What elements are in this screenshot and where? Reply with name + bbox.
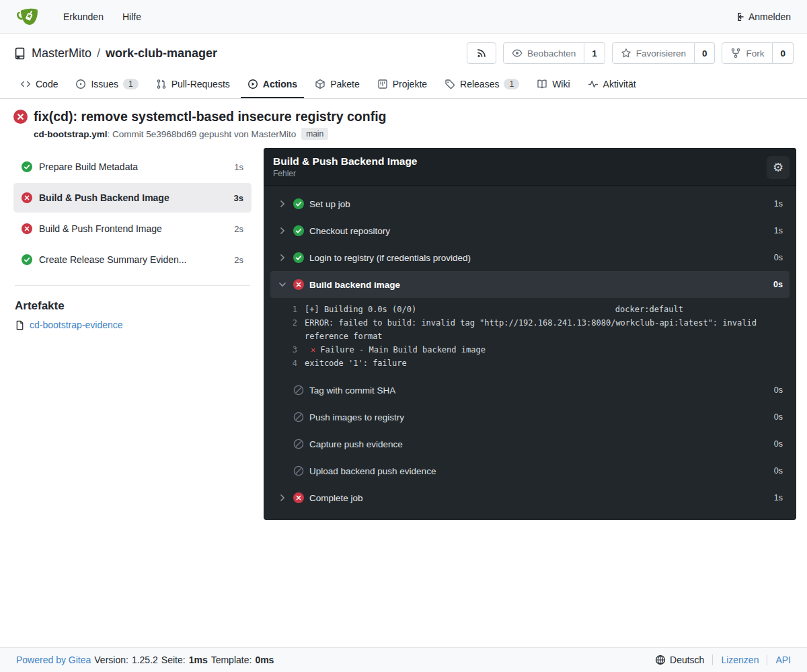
job-name: Create Release Summary Eviden... [39, 254, 227, 265]
success-icon [293, 225, 304, 236]
star-icon [621, 48, 631, 59]
spacer [0, 520, 807, 647]
pulse-icon [588, 79, 599, 89]
job-duration: 1s [234, 162, 243, 172]
step-row-complete-job[interactable]: Complete job 1s [270, 484, 790, 511]
repo-icon [13, 47, 26, 60]
nav-link-help[interactable]: Hilfe [116, 6, 148, 28]
fork-count[interactable]: 0 [773, 42, 794, 64]
success-icon [293, 252, 304, 263]
fork-button[interactable]: Fork [722, 42, 773, 64]
step-row-login-to-registry[interactable]: Login to registry (if credentials provid… [270, 244, 790, 271]
tab-code[interactable]: Code [13, 72, 65, 98]
tab-wiki[interactable]: Wiki [530, 72, 576, 98]
log-line: 1 [+] Building 0.0s (0/0)docker:default [272, 303, 781, 316]
repo-tabs: Code Issues 1 Pull-Requests Actions Pake… [0, 72, 807, 99]
workflow-file: cd-bootstrap.yml [34, 129, 108, 139]
tab-label: Aktivität [603, 79, 636, 89]
step-duration: 0s [774, 412, 783, 422]
tab-issues[interactable]: Issues 1 [69, 72, 145, 98]
tab-label: Pakete [330, 79, 360, 89]
licenses-link[interactable]: Lizenzen [713, 655, 767, 665]
steps-list: Set up job 1s Checkout repository 1s Log… [264, 186, 796, 520]
rss-icon [476, 48, 487, 59]
job-row-build-push-frontend[interactable]: Build & Push Frontend Image 2s [13, 214, 252, 244]
branch-badge[interactable]: main [301, 128, 328, 140]
run-header: fix(cd): remove systemctl-based insecure… [0, 99, 807, 147]
step-duration: 0s [774, 466, 783, 476]
gitea-logo[interactable] [16, 5, 39, 28]
eye-icon [512, 48, 523, 59]
log-text: exitcode '1': failure [305, 357, 407, 370]
star-label: Favorisieren [636, 48, 686, 59]
skipped-icon [293, 412, 304, 422]
log-line-number[interactable]: 1 [272, 303, 297, 316]
run-content: Prepare Build Metadata 1s Build & Push B… [0, 147, 807, 520]
failure-icon [22, 223, 32, 234]
panel-header: Build & Push Backend Image Fehler ⚙ [264, 148, 796, 186]
rss-button[interactable] [467, 42, 496, 64]
sidebar-divider [15, 285, 250, 286]
actions-icon [247, 79, 258, 89]
tab-packages[interactable]: Pakete [308, 72, 367, 98]
job-row-prepare-build-metadata[interactable]: Prepare Build Metadata 1s [13, 152, 252, 182]
fork-icon [730, 48, 741, 59]
job-duration: 2s [234, 255, 243, 265]
artifact-name: cd-bootstrap-evidence [30, 320, 123, 330]
signin-button[interactable]: Anmelden [734, 11, 791, 22]
log-line-number[interactable]: 4 [272, 357, 297, 370]
watch-count[interactable]: 1 [584, 42, 605, 64]
repo-separator: / [97, 46, 100, 61]
repo-header: MasterMito / work-club-manager Beobachte… [0, 34, 807, 72]
job-row-build-push-backend[interactable]: Build & Push Backend Image 3s [13, 183, 252, 213]
step-row-build-backend-image[interactable]: Build backend image 0s [270, 271, 790, 298]
tab-releases[interactable]: Releases 1 [438, 72, 526, 98]
repo-name-link[interactable]: work-club-manager [106, 46, 217, 61]
step-row-set-up-job[interactable]: Set up job 1s [270, 190, 790, 217]
gear-icon: ⚙ [773, 160, 783, 175]
job-duration: 3s [234, 193, 243, 203]
job-name: Prepare Build Metadata [39, 161, 227, 172]
book-icon [537, 79, 547, 89]
globe-icon [655, 655, 666, 665]
issue-icon [75, 79, 86, 89]
star-button[interactable]: Favorisieren [612, 42, 695, 64]
step-duration: 1s [774, 493, 783, 502]
repo-owner-link[interactable]: MasterMito [32, 46, 91, 61]
tab-activity[interactable]: Aktivität [581, 72, 643, 98]
star-count[interactable]: 0 [695, 42, 716, 64]
step-name: Checkout repository [309, 226, 769, 236]
page-footer: Powered by Gitea Version: 1.25.2 Seite: … [0, 647, 807, 672]
signin-icon [734, 11, 744, 22]
log-settings-button[interactable]: ⚙ [767, 156, 790, 179]
commit-text: : Commit 5e3968bd69 gepusht von MasterMi… [108, 129, 297, 139]
api-link[interactable]: API [767, 655, 791, 665]
page-time: 1ms [189, 655, 208, 665]
artifact-link[interactable]: cd-bootstrap-evidence [15, 320, 250, 330]
step-row-push-images-to-registry: Push images to registry 0s [270, 404, 790, 431]
job-row-create-release-summary[interactable]: Create Release Summary Eviden... 2s [13, 245, 252, 274]
language-selector[interactable]: Deutsch [655, 655, 712, 665]
tab-actions[interactable]: Actions [241, 72, 304, 98]
step-name: Capture push evidence [309, 439, 769, 449]
failure-icon [293, 279, 304, 290]
watch-button[interactable]: Beobachten [503, 42, 584, 64]
step-duration: 0s [774, 253, 783, 262]
issues-count-badge: 1 [123, 79, 139, 89]
tab-projects[interactable]: Projekte [371, 72, 434, 98]
step-row-checkout-repository[interactable]: Checkout repository 1s [270, 217, 790, 244]
log-text: Failure - Main Build backend image [320, 343, 486, 357]
success-icon [293, 198, 304, 209]
log-line: 3 ✕Failure - Main Build backend image [272, 343, 781, 357]
log-line-number[interactable]: 2 [272, 316, 297, 343]
powered-by-gitea-link[interactable]: Powered by Gitea [16, 655, 91, 665]
nav-link-explore[interactable]: Erkunden [56, 6, 110, 28]
log-line-number[interactable]: 3 [272, 343, 297, 357]
step-name: Login to registry (if credentials provid… [309, 253, 769, 263]
tab-pull-requests[interactable]: Pull-Requests [149, 72, 237, 98]
chevron-down-icon [277, 279, 288, 290]
log-text: ERROR: failed to build: invalid tag "htt… [305, 316, 781, 343]
tab-label: Projekte [393, 79, 427, 89]
job-duration: 2s [234, 224, 243, 234]
tab-label: Pull-Requests [171, 79, 230, 89]
